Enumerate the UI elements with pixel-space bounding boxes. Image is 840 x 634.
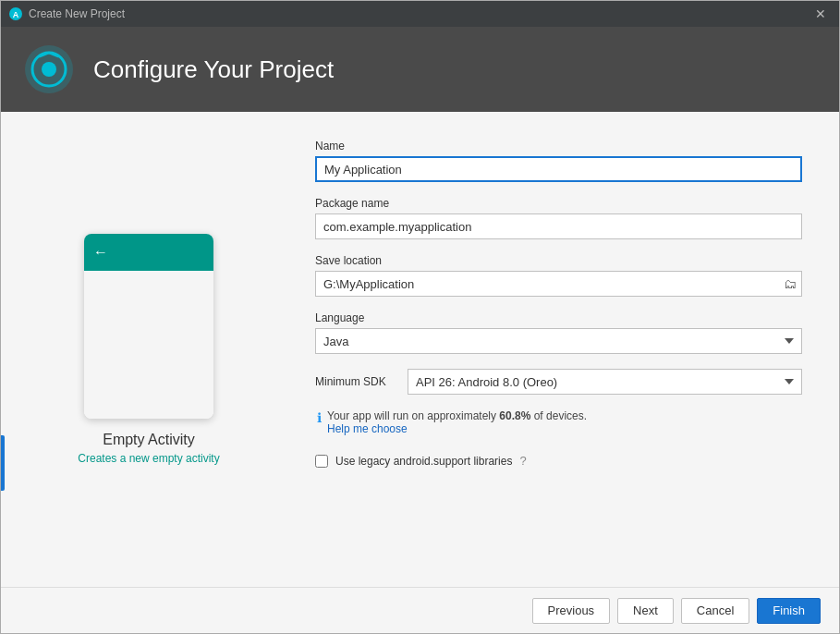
content-area: ← Empty Activity Creates a new empty act… (1, 112, 839, 587)
legacy-checkbox-label: Use legacy android.support libraries (335, 455, 512, 468)
location-label: Save location (315, 254, 802, 267)
sdk-label: Minimum SDK (315, 375, 398, 388)
right-panel: Name Package name Save location 🗂 Langua… (297, 112, 839, 587)
phone-top-bar: ← (84, 234, 213, 271)
info-prefix: Your app will run on approximately (327, 409, 499, 422)
legacy-help-icon[interactable]: ? (519, 454, 526, 468)
previous-button[interactable]: Previous (532, 598, 611, 624)
language-group: Language Java Kotlin (315, 311, 802, 354)
activity-description: Creates a new empty activity (78, 452, 219, 465)
language-select[interactable]: Java Kotlin (315, 328, 802, 354)
android-studio-logo (23, 43, 75, 95)
name-group: Name (315, 140, 802, 182)
next-button[interactable]: Next (617, 598, 674, 624)
svg-text:A: A (13, 10, 19, 19)
sdk-info-row: ℹ Your app will run on approximately 60.… (317, 409, 802, 435)
package-label: Package name (315, 197, 802, 210)
left-accent-bar (1, 435, 5, 491)
info-suffix: of devices. (530, 409, 587, 422)
sdk-select[interactable]: API 26: Android 8.0 (Oreo) API 15: Andro… (408, 369, 802, 395)
back-arrow-icon: ← (93, 244, 108, 261)
main-window: A Create New Project ✕ Configure Your Pr… (0, 0, 840, 634)
name-label: Name (315, 140, 802, 152)
location-input[interactable] (315, 271, 802, 297)
activity-name: Empty Activity (103, 432, 195, 448)
left-panel: ← Empty Activity Creates a new empty act… (1, 112, 297, 587)
location-input-wrapper: 🗂 (315, 271, 802, 297)
language-label: Language (315, 311, 802, 324)
finish-button[interactable]: Finish (757, 598, 821, 624)
info-icon: ℹ (317, 410, 322, 425)
header-title: Configure Your Project (93, 55, 334, 84)
cancel-button[interactable]: Cancel (681, 598, 749, 624)
package-input[interactable] (315, 213, 802, 239)
name-input[interactable] (315, 156, 802, 182)
title-bar-text: Create New Project (29, 7, 810, 20)
svg-point-4 (42, 62, 56, 77)
sdk-row: Minimum SDK API 26: Android 8.0 (Oreo) A… (315, 369, 802, 395)
header: Configure Your Project (1, 27, 839, 112)
help-me-choose-link[interactable]: Help me choose (327, 422, 408, 435)
legacy-checkbox[interactable] (315, 455, 328, 468)
phone-preview: ← (84, 234, 213, 419)
package-group: Package name (315, 197, 802, 239)
close-button[interactable]: ✕ (810, 5, 832, 23)
location-group: Save location 🗂 (315, 254, 802, 297)
phone-body (84, 271, 213, 419)
legacy-checkbox-row: Use legacy android.support libraries ? (315, 454, 802, 468)
footer: Previous Next Cancel Finish (1, 587, 839, 633)
sdk-info-text: Your app will run on approximately 60.8%… (327, 409, 587, 435)
title-bar: A Create New Project ✕ (1, 1, 839, 27)
app-icon: A (8, 6, 23, 21)
info-percentage: 60.8% (499, 409, 530, 422)
